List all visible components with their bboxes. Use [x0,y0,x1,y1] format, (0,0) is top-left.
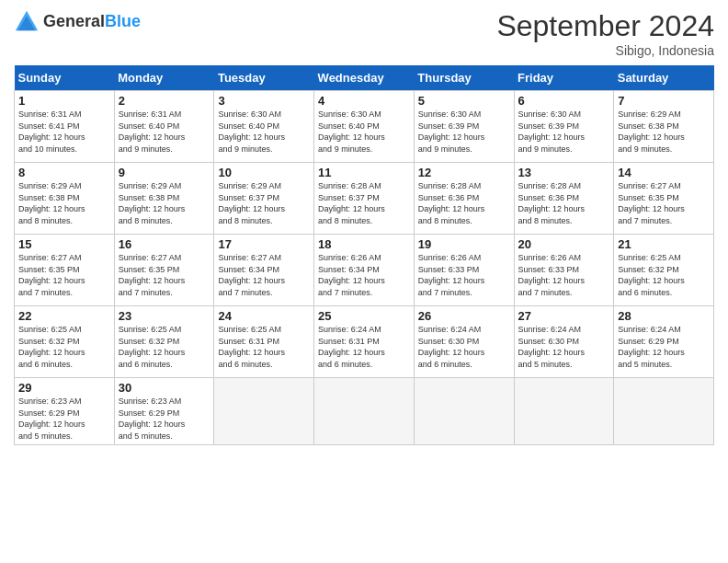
table-cell: 10Sunrise: 6:29 AMSunset: 6:37 PMDayligh… [214,163,314,235]
day-info: Sunrise: 6:29 AMSunset: 6:38 PMDaylight:… [18,180,110,226]
day-number: 21 [618,237,710,251]
day-number: 12 [418,166,510,179]
day-info: Sunrise: 6:26 AMSunset: 6:33 PMDaylight:… [518,252,610,298]
day-info: Sunrise: 6:29 AMSunset: 6:37 PMDaylight:… [218,180,310,226]
day-number: 18 [318,237,410,251]
day-info: Sunrise: 6:25 AMSunset: 6:31 PMDaylight:… [218,324,310,370]
logo-icon [14,9,40,35]
day-number: 13 [518,166,610,179]
table-cell: 3Sunrise: 6:30 AMSunset: 6:40 PMDaylight… [214,91,314,163]
day-number: 19 [418,237,510,251]
col-tuesday: Tuesday [214,65,314,91]
day-number: 16 [119,237,210,251]
day-number: 10 [218,166,310,179]
day-number: 15 [18,237,110,251]
table-cell: 12Sunrise: 6:28 AMSunset: 6:36 PMDayligh… [414,163,514,235]
table-cell: 20Sunrise: 6:26 AMSunset: 6:33 PMDayligh… [514,235,614,306]
table-cell: 13Sunrise: 6:28 AMSunset: 6:36 PMDayligh… [514,163,614,235]
day-info: Sunrise: 6:28 AMSunset: 6:36 PMDaylight:… [418,180,510,226]
day-info: Sunrise: 6:30 AMSunset: 6:40 PMDaylight:… [318,109,410,155]
day-info: Sunrise: 6:23 AMSunset: 6:29 PMDaylight:… [18,396,110,442]
table-cell: 23Sunrise: 6:25 AMSunset: 6:32 PMDayligh… [114,306,214,378]
calendar-container: GeneralBlue September 2024 Sibigo, Indon… [0,0,728,454]
day-number: 7 [618,94,710,108]
day-number: 23 [119,309,210,323]
table-cell [414,378,514,445]
day-info: Sunrise: 6:30 AMSunset: 6:40 PMDaylight:… [218,109,310,155]
day-number: 22 [18,309,110,323]
day-number: 2 [119,94,210,108]
calendar-table: Sunday Monday Tuesday Wednesday Thursday… [14,65,714,445]
day-number: 9 [119,166,210,179]
day-info: Sunrise: 6:27 AMSunset: 6:35 PMDaylight:… [618,180,710,226]
day-info: Sunrise: 6:24 AMSunset: 6:30 PMDaylight:… [418,324,510,370]
day-number: 20 [518,237,610,251]
col-wednesday: Wednesday [314,65,415,91]
table-cell: 11Sunrise: 6:28 AMSunset: 6:37 PMDayligh… [314,163,415,235]
col-sunday: Sunday [15,65,115,91]
location: Sibigo, Indonesia [496,43,714,58]
header: GeneralBlue September 2024 Sibigo, Indon… [14,9,714,58]
day-info: Sunrise: 6:25 AMSunset: 6:32 PMDaylight:… [18,324,110,370]
day-info: Sunrise: 6:27 AMSunset: 6:35 PMDaylight:… [18,252,110,298]
logo-blue: Blue [105,13,141,31]
day-number: 4 [318,94,410,108]
table-cell: 15Sunrise: 6:27 AMSunset: 6:35 PMDayligh… [15,235,115,306]
table-cell: 25Sunrise: 6:24 AMSunset: 6:31 PMDayligh… [314,306,415,378]
table-cell: 2Sunrise: 6:31 AMSunset: 6:40 PMDaylight… [114,91,214,163]
table-cell: 16Sunrise: 6:27 AMSunset: 6:35 PMDayligh… [114,235,214,306]
logo-text: GeneralBlue [43,13,141,31]
table-cell: 9Sunrise: 6:29 AMSunset: 6:38 PMDaylight… [114,163,214,235]
day-info: Sunrise: 6:31 AMSunset: 6:40 PMDaylight:… [119,109,210,155]
table-cell: 17Sunrise: 6:27 AMSunset: 6:34 PMDayligh… [214,235,314,306]
day-info: Sunrise: 6:28 AMSunset: 6:37 PMDaylight:… [318,180,410,226]
table-cell: 4Sunrise: 6:30 AMSunset: 6:40 PMDaylight… [314,91,415,163]
table-cell: 26Sunrise: 6:24 AMSunset: 6:30 PMDayligh… [414,306,514,378]
header-row: Sunday Monday Tuesday Wednesday Thursday… [15,65,714,91]
day-number: 3 [218,94,310,108]
day-info: Sunrise: 6:25 AMSunset: 6:32 PMDaylight:… [119,324,210,370]
table-cell: 8Sunrise: 6:29 AMSunset: 6:38 PMDaylight… [15,163,115,235]
day-info: Sunrise: 6:24 AMSunset: 6:29 PMDaylight:… [618,324,710,370]
table-cell: 27Sunrise: 6:24 AMSunset: 6:30 PMDayligh… [514,306,614,378]
day-info: Sunrise: 6:23 AMSunset: 6:29 PMDaylight:… [119,396,210,442]
table-cell [514,378,614,445]
day-info: Sunrise: 6:27 AMSunset: 6:34 PMDaylight:… [218,252,310,298]
table-cell: 1Sunrise: 6:31 AMSunset: 6:41 PMDaylight… [15,91,115,163]
table-cell: 18Sunrise: 6:26 AMSunset: 6:34 PMDayligh… [314,235,415,306]
table-cell: 7Sunrise: 6:29 AMSunset: 6:38 PMDaylight… [614,91,714,163]
day-info: Sunrise: 6:24 AMSunset: 6:31 PMDaylight:… [318,324,410,370]
month-title: September 2024 [496,9,714,43]
table-cell: 30Sunrise: 6:23 AMSunset: 6:29 PMDayligh… [114,378,214,445]
col-monday: Monday [114,65,214,91]
day-info: Sunrise: 6:24 AMSunset: 6:30 PMDaylight:… [518,324,610,370]
table-cell: 14Sunrise: 6:27 AMSunset: 6:35 PMDayligh… [614,163,714,235]
table-cell: 21Sunrise: 6:25 AMSunset: 6:32 PMDayligh… [614,235,714,306]
day-number: 30 [119,381,210,395]
day-number: 14 [618,166,710,179]
col-friday: Friday [514,65,614,91]
day-info: Sunrise: 6:29 AMSunset: 6:38 PMDaylight:… [119,180,210,226]
day-number: 1 [18,94,110,108]
day-number: 28 [618,309,710,323]
day-info: Sunrise: 6:25 AMSunset: 6:32 PMDaylight:… [618,252,710,298]
table-cell: 19Sunrise: 6:26 AMSunset: 6:33 PMDayligh… [414,235,514,306]
day-number: 5 [418,94,510,108]
day-info: Sunrise: 6:28 AMSunset: 6:36 PMDaylight:… [518,180,610,226]
title-area: September 2024 Sibigo, Indonesia [496,9,714,58]
col-saturday: Saturday [614,65,714,91]
day-info: Sunrise: 6:31 AMSunset: 6:41 PMDaylight:… [18,109,110,155]
day-number: 8 [18,166,110,179]
day-number: 27 [518,309,610,323]
day-number: 25 [318,309,410,323]
table-cell: 24Sunrise: 6:25 AMSunset: 6:31 PMDayligh… [214,306,314,378]
table-cell: 6Sunrise: 6:30 AMSunset: 6:39 PMDaylight… [514,91,614,163]
table-cell [214,378,314,445]
table-cell: 5Sunrise: 6:30 AMSunset: 6:39 PMDaylight… [414,91,514,163]
table-cell: 29Sunrise: 6:23 AMSunset: 6:29 PMDayligh… [15,378,115,445]
day-info: Sunrise: 6:26 AMSunset: 6:34 PMDaylight:… [318,252,410,298]
col-thursday: Thursday [414,65,514,91]
day-number: 24 [218,309,310,323]
logo-general: General [43,13,105,31]
day-info: Sunrise: 6:30 AMSunset: 6:39 PMDaylight:… [518,109,610,155]
